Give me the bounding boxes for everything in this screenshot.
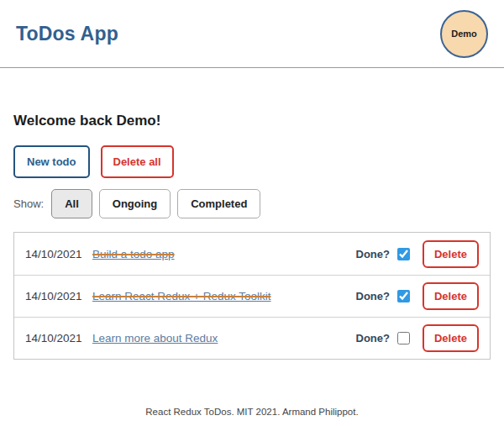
app-footer: React Redux ToDos. MIT 2021. Armand Phil… <box>0 407 504 417</box>
delete-todo-button[interactable]: Delete <box>423 282 479 310</box>
todo-title: Learn more about Redux <box>92 332 218 344</box>
todo-title: Build a todo app <box>92 248 175 260</box>
done-label: Done? <box>356 332 390 344</box>
done-label: Done? <box>356 290 390 302</box>
todo-row: 14/10/2021 Learn more about Redux Done? … <box>14 317 490 359</box>
todo-row: 14/10/2021 Learn React Redux + Redux Too… <box>14 275 490 317</box>
todo-link[interactable]: Learn more about Redux <box>92 332 218 344</box>
filter-ongoing-button[interactable]: Ongoing <box>99 189 171 218</box>
footer-text: React Redux ToDos. MIT 2021. Armand Phil… <box>145 407 358 417</box>
filter-completed-button[interactable]: Completed <box>177 189 260 218</box>
todo-row: 14/10/2021 Build a todo app Done? Delete <box>14 233 490 275</box>
done-checkbox[interactable] <box>397 248 410 260</box>
done-checkbox[interactable] <box>397 332 410 344</box>
delete-todo-button[interactable]: Delete <box>423 240 479 268</box>
todo-date: 14/10/2021 <box>25 290 82 302</box>
todo-title: Learn React Redux + Redux Toolkit <box>92 290 271 302</box>
filter-all-button[interactable]: All <box>51 189 92 218</box>
main-content: Welcome back Demo! New todo Delete all S… <box>0 113 504 360</box>
todo-link[interactable]: Learn React Redux + Redux Toolkit <box>92 290 271 302</box>
user-avatar[interactable]: Demo <box>440 10 488 58</box>
todo-list: 14/10/2021 Build a todo app Done? Delete… <box>13 232 491 360</box>
avatar-label: Demo <box>451 29 477 39</box>
todo-link[interactable]: Build a todo app <box>92 248 175 260</box>
done-checkbox[interactable] <box>397 290 410 302</box>
filter-label: Show: <box>13 197 44 210</box>
actions-toolbar: New todo Delete all <box>13 145 491 178</box>
app-header: ToDos App Demo <box>0 0 504 68</box>
page-title: ToDos App <box>16 23 118 45</box>
new-todo-button[interactable]: New todo <box>13 145 90 178</box>
done-label: Done? <box>356 248 390 260</box>
delete-all-button[interactable]: Delete all <box>101 145 174 178</box>
delete-todo-button[interactable]: Delete <box>423 324 479 352</box>
todo-date: 14/10/2021 <box>25 332 82 344</box>
filter-bar: Show: All Ongoing Completed <box>13 189 491 218</box>
welcome-heading: Welcome back Demo! <box>13 113 491 129</box>
todo-date: 14/10/2021 <box>25 248 82 260</box>
